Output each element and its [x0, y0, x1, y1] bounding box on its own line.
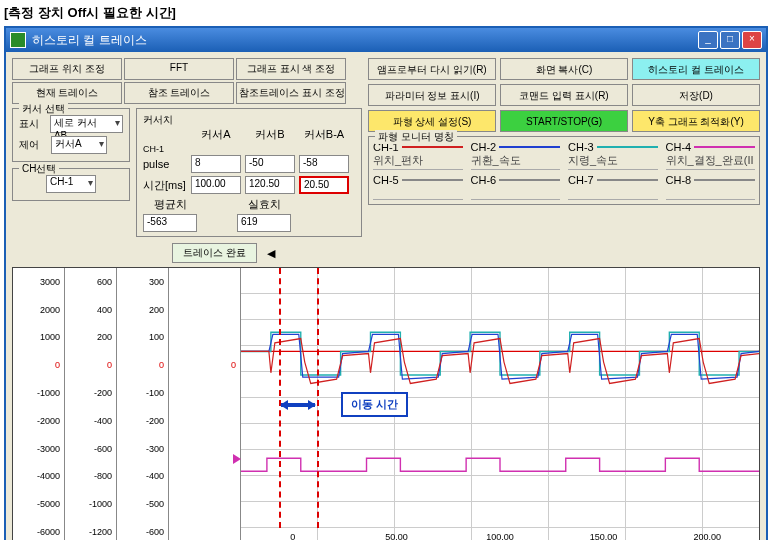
time-ba-value: 20.50: [299, 176, 349, 194]
plot-area[interactable]: 이동 시간 050.00100.00150.00200.00: [241, 268, 759, 540]
titlebar: 히스토리 컬 트레이스 _ □ ×: [6, 28, 766, 52]
x-tick: 150.00: [552, 528, 656, 540]
axis-tick: 100: [117, 324, 168, 352]
cursor-b-line[interactable]: [317, 268, 319, 528]
ch-select[interactable]: CH-1: [46, 175, 96, 193]
axis-tick: -1200: [65, 518, 116, 540]
axis-tick: [169, 490, 240, 518]
axis-tick: -400: [117, 463, 168, 491]
axis-tick: 300: [117, 268, 168, 296]
wave-detail-button[interactable]: 파형 상세 설정(S): [368, 110, 496, 132]
axis-tick: -800: [65, 463, 116, 491]
maximize-button[interactable]: □: [720, 31, 740, 49]
cursor-select-legend: 커서 선택: [19, 102, 68, 116]
save-button[interactable]: 저장(D): [632, 84, 760, 106]
ref-trace-color-button[interactable]: 참조트레이스 표시 조정: [236, 82, 346, 104]
display-select[interactable]: 세로 커서AB: [50, 115, 123, 133]
y-optimize-button[interactable]: Y축 그래프 최적화(Y): [632, 110, 760, 132]
axis-ch2: 6004002000-200-400-600-800-1000-1200: [65, 268, 117, 540]
ch1-label: CH-1: [143, 144, 355, 154]
cursor-values-legend: 커서치: [143, 113, 355, 127]
ch1-sub: 위치_편차: [373, 153, 463, 170]
monitor-panel: 파형 모니터 명칭 CH-1위치_편차 CH-2귀환_속도 CH-3지령_속도 …: [368, 136, 760, 205]
annotation-arrow: [281, 403, 315, 407]
axis-tick: [169, 324, 240, 352]
control-label: 제어: [19, 138, 47, 152]
copy-screen-button[interactable]: 화면 복사(C): [500, 58, 628, 80]
reload-button[interactable]: 앰프로부터 다시 읽기(R): [368, 58, 496, 80]
start-stop-button[interactable]: START/STOP(G): [500, 110, 628, 132]
cursor-b-header: 커서B: [245, 127, 295, 142]
time-a-value: 100.00: [191, 176, 241, 194]
x-tick: 0: [241, 528, 345, 540]
axis-tick: -600: [117, 518, 168, 540]
axis-tick: 0: [169, 351, 240, 379]
cmd-input-button[interactable]: 코맨드 입력 표시(R): [500, 84, 628, 106]
x-tick: 50.00: [345, 528, 449, 540]
page-title: [측정 장치 Off시 필요한 시간]: [4, 4, 768, 22]
graph-position-button[interactable]: 그래프 위치 조정: [12, 58, 122, 80]
window-title: 히스토리 컬 트레이스: [32, 32, 698, 49]
axis-tick: -6000: [13, 518, 64, 540]
ch3-name: CH-3: [568, 141, 594, 153]
ch6-name: CH-6: [471, 174, 497, 186]
pulse-a-value: 8: [191, 155, 241, 173]
axis-tick: 3000: [13, 268, 64, 296]
ch5-name: CH-5: [373, 174, 399, 186]
cursor-ba-header: 커서B-A: [299, 127, 349, 142]
axis-tick: 0: [117, 351, 168, 379]
ch8-name: CH-8: [666, 174, 692, 186]
time-label: 시간[ms]: [143, 178, 187, 193]
axis-tick: 200: [117, 296, 168, 324]
monitor-legend: 파형 모니터 명칭: [375, 130, 457, 144]
axis-tick: -2000: [13, 407, 64, 435]
axis-tick: -400: [65, 407, 116, 435]
control-select[interactable]: 커서A: [51, 136, 107, 154]
current-trace-button[interactable]: 현재 트레이스: [12, 82, 122, 104]
axis-ch3: 3002001000-100-200-300-400-500-600: [117, 268, 169, 540]
x-axis: 050.00100.00150.00200.00: [241, 528, 759, 540]
fft-button[interactable]: FFT: [124, 58, 234, 80]
avg-label: 평균치: [143, 197, 197, 212]
history-trace-button[interactable]: 히스토리 컬 트레이스: [632, 58, 760, 80]
axis-tick: -300: [117, 435, 168, 463]
display-label: 표시: [19, 117, 46, 131]
axis-tick: -3000: [13, 435, 64, 463]
axis-tick: -5000: [13, 490, 64, 518]
eff-value: 619: [237, 214, 291, 232]
axis-tick: 2000: [13, 296, 64, 324]
axis-tick: [169, 435, 240, 463]
cursor-a-line[interactable]: [279, 268, 281, 528]
axis-tick: [169, 296, 240, 324]
ch2-sub: 귀환_속도: [471, 153, 561, 170]
eff-label: 실효치: [237, 197, 291, 212]
axis-tick: -1000: [13, 379, 64, 407]
trigger-marker-icon: [233, 454, 241, 464]
axis-tick: -200: [117, 407, 168, 435]
avg-value: -563: [143, 214, 197, 232]
param-info-button[interactable]: 파라미터 정보 표시(I): [368, 84, 496, 106]
time-b-value: 120.50: [245, 176, 295, 194]
cursor-values-panel: 커서치 커서A 커서B 커서B-A CH-1 pulse 8 -50 -: [136, 108, 362, 237]
cursor-select-group: 커서 선택 표시 세로 커서AB 제어 커서A: [12, 108, 130, 162]
axis-tick: [169, 518, 240, 540]
axis-tick: -100: [117, 379, 168, 407]
axis-tick: 0: [65, 351, 116, 379]
axis-tick: -600: [65, 435, 116, 463]
axis-tick: [169, 379, 240, 407]
scroll-left-icon[interactable]: ◀: [267, 247, 275, 260]
x-tick: 100.00: [448, 528, 552, 540]
axis-tick: -1000: [65, 490, 116, 518]
trace-complete-label: 트레이스 완료: [172, 243, 257, 263]
axis-tick: -500: [117, 490, 168, 518]
ref-trace-button[interactable]: 참조 트레이스: [124, 82, 234, 104]
ch4-name: CH-4: [666, 141, 692, 153]
app-icon: [10, 32, 26, 48]
minimize-button[interactable]: _: [698, 31, 718, 49]
axis-ch1: 3000200010000-1000-2000-3000-4000-5000-6…: [13, 268, 65, 540]
ch7-name: CH-7: [568, 174, 594, 186]
ch2-name: CH-2: [471, 141, 497, 153]
close-button[interactable]: ×: [742, 31, 762, 49]
ch-select-group: CH선택 CH-1: [12, 168, 130, 201]
graph-color-button[interactable]: 그래프 표시 색 조정: [236, 58, 346, 80]
